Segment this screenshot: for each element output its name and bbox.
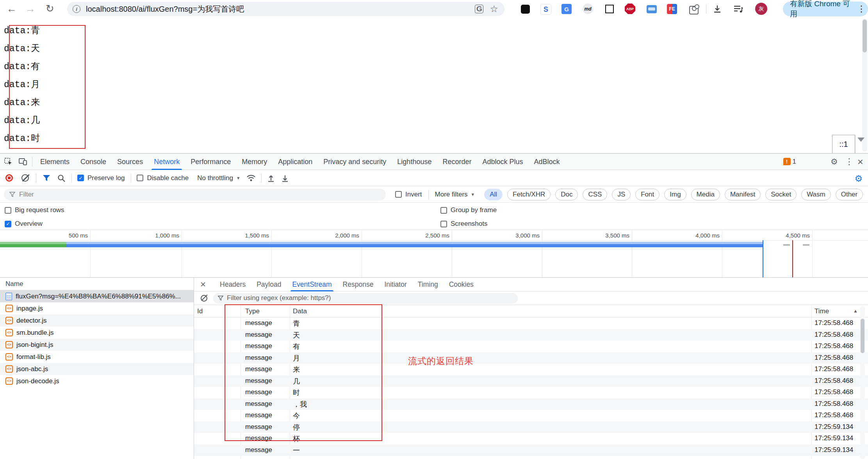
filter-funnel-icon[interactable] — [43, 175, 50, 181]
back-icon[interactable]: ← — [4, 0, 20, 18]
clear-network-log-icon[interactable] — [21, 174, 29, 182]
search-icon[interactable] — [57, 174, 65, 182]
type-filter-img[interactable]: Img — [664, 189, 686, 200]
request-row[interactable]: <> json-abc.js — [0, 363, 194, 375]
import-har-icon[interactable] — [267, 174, 275, 182]
tab-elements[interactable]: Elements — [35, 154, 75, 170]
clear-events-icon[interactable] — [201, 295, 207, 302]
tab-payload[interactable]: Payload — [251, 278, 287, 291]
browser-menu-kebab-icon[interactable]: ⋮ — [857, 4, 865, 14]
throttling-caret-icon[interactable]: ▾ — [237, 175, 240, 181]
extension-icon-reader[interactable] — [519, 3, 531, 15]
tab-adblock[interactable]: AdBlock — [529, 154, 565, 170]
devtools-close-icon[interactable]: × — [857, 158, 863, 166]
tab-timing[interactable]: Timing — [412, 278, 444, 291]
tab-memory[interactable]: Memory — [236, 154, 273, 170]
disable-cache-checkbox[interactable]: ✓ — [137, 175, 143, 181]
translate-icon[interactable]: G — [475, 5, 483, 13]
tab-eventstream[interactable]: EventStream — [287, 278, 337, 291]
tab-initiator[interactable]: Initiator — [379, 278, 412, 291]
toolbar-separator — [706, 4, 706, 14]
device-toolbar-icon[interactable] — [16, 156, 30, 168]
tab-cookies[interactable]: Cookies — [444, 278, 479, 291]
tab-console[interactable]: Console — [75, 154, 112, 170]
invert-checkbox[interactable]: ✓ — [395, 191, 402, 198]
site-info-icon[interactable]: i — [73, 5, 80, 13]
request-row[interactable]: <> sm.bundle.js — [0, 327, 194, 339]
detail-scrollbar-thumb[interactable] — [861, 319, 864, 353]
devtools-menu-kebab-icon[interactable]: ⋮ — [845, 157, 850, 167]
extension-icon-s[interactable]: S — [540, 4, 551, 15]
type-filter-other[interactable]: Other — [836, 189, 863, 200]
request-row-fluxgen[interactable]: fluxGen?msg=%E4%B8%BA%E6%88%91%E5%86%... — [0, 290, 194, 302]
type-filter-js[interactable]: JS — [612, 189, 631, 200]
type-filter-wasm[interactable]: Wasm — [801, 189, 831, 200]
extension-icon-md[interactable]: md — [583, 4, 593, 14]
chrome-update-button[interactable]: 有新版 Chrome 可用 ⋮ — [783, 2, 868, 16]
more-filters-caret-icon[interactable]: ▾ — [472, 191, 474, 197]
qr-extension-icon[interactable] — [604, 3, 615, 15]
network-conditions-icon[interactable] — [246, 174, 256, 182]
forward-icon[interactable]: → — [23, 0, 38, 18]
tab-response[interactable]: Response — [337, 278, 379, 291]
record-network-log-button[interactable] — [5, 174, 13, 182]
screenshots-checkbox[interactable]: ✓ — [440, 221, 447, 227]
adblock-plus-extension-icon[interactable]: ABP — [625, 4, 635, 14]
filter-input[interactable]: Filter — [4, 189, 386, 200]
col-header-time[interactable]: Time — [815, 307, 829, 315]
translate-extension-icon[interactable]: G — [561, 4, 572, 14]
request-row[interactable]: <> detector.js — [0, 314, 194, 327]
network-overview-timeline[interactable]: 500 ms 1,000 ms 1,500 ms 2,000 ms 2,500 … — [0, 230, 868, 278]
export-har-icon[interactable] — [281, 174, 289, 182]
extensions-puzzle-icon[interactable] — [688, 3, 700, 15]
group-by-frame-checkbox[interactable]: ✓ — [440, 207, 447, 214]
page-scrollbar-thumb[interactable] — [863, 20, 867, 52]
request-row[interactable]: <> inpage.js — [0, 302, 194, 314]
tab-recorder[interactable]: Recorder — [437, 154, 477, 170]
downloads-icon[interactable] — [711, 3, 723, 15]
tab-adblock-plus[interactable]: Adblock Plus — [477, 154, 528, 170]
type-filter-fetch-xhr[interactable]: Fetch/XHR — [507, 189, 551, 200]
tab-sources[interactable]: Sources — [112, 154, 148, 170]
profile-avatar[interactable]: 灰 — [755, 3, 767, 15]
request-row[interactable]: <> json-bigint.js — [0, 339, 194, 351]
inspect-element-icon[interactable] — [2, 156, 15, 168]
time-tick: 1,000 ms — [144, 232, 179, 239]
address-bar[interactable]: i localhost:8080/ai/fluxGen?msg=为我写首诗吧 G… — [67, 2, 504, 16]
type-filter-media[interactable]: Media — [691, 189, 720, 200]
regex-filter-input[interactable]: Filter using regex (example: https?) — [213, 293, 518, 304]
big-request-rows-checkbox[interactable]: ✓ — [5, 207, 11, 214]
col-header-id[interactable]: Id — [197, 307, 203, 315]
network-settings-gear-icon[interactable]: ⚙ — [854, 173, 863, 184]
tab-privacy-security[interactable]: Privacy and security — [318, 154, 392, 170]
overview-checkbox[interactable]: ✓ — [5, 221, 11, 227]
type-filter-font[interactable]: Font — [635, 189, 659, 200]
error-counter[interactable]: ! 1 — [783, 158, 796, 166]
more-filters-button[interactable]: More filters — [435, 191, 468, 198]
extension-icon-fe[interactable]: FE — [667, 4, 677, 14]
reload-icon[interactable]: ↻ — [42, 0, 58, 18]
tab-application[interactable]: Application — [273, 154, 318, 170]
media-controls-icon[interactable] — [733, 3, 744, 15]
type-filter-doc[interactable]: Doc — [555, 189, 578, 200]
request-row[interactable]: <> json-decode.js — [0, 375, 194, 387]
tab-headers[interactable]: Headers — [214, 278, 251, 291]
tab-performance[interactable]: Performance — [185, 154, 236, 170]
preserve-log-checkbox[interactable]: ✓ — [77, 175, 84, 181]
detail-close-icon[interactable]: × — [200, 281, 206, 288]
type-filter-manifest[interactable]: Manifest — [725, 189, 761, 200]
extension-icon-card[interactable] — [646, 3, 658, 15]
event-row[interactable]: message 一 17:25:59.134 — [194, 445, 868, 456]
name-column-header[interactable]: Name — [0, 278, 194, 290]
devtools-settings-gear-icon[interactable]: ⚙ — [831, 157, 838, 166]
tab-network[interactable]: Network — [148, 154, 185, 170]
type-filter-css[interactable]: CSS — [583, 189, 607, 200]
script-icon: <> — [5, 317, 13, 324]
throttling-select[interactable]: No throttling — [197, 174, 233, 182]
sort-ascending-icon[interactable]: ▲ — [853, 308, 858, 314]
bookmark-star-icon[interactable]: ☆ — [490, 4, 498, 14]
type-filter-socket[interactable]: Socket — [765, 189, 797, 200]
request-row[interactable]: <> format-lib.js — [0, 351, 194, 363]
tab-lighthouse[interactable]: Lighthouse — [392, 154, 437, 170]
type-filter-all[interactable]: All — [484, 189, 503, 200]
